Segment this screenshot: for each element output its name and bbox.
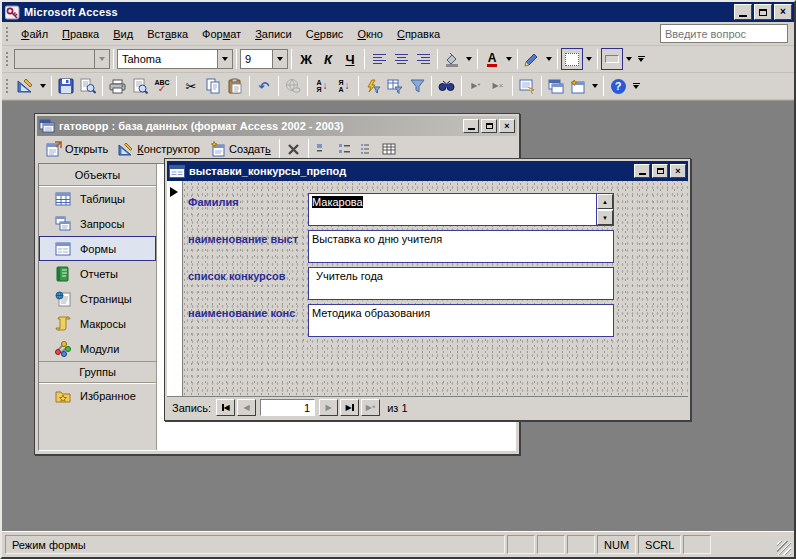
line-color-button[interactable] [521,48,543,70]
align-center-button[interactable] [390,48,412,70]
print-button[interactable] [106,75,129,97]
field-input-contests[interactable]: Учитель года [308,267,614,300]
undo-button[interactable]: ↶ [253,75,275,97]
form-close-button[interactable]: × [670,164,686,178]
sidebar-item-macros[interactable]: Макросы [39,311,156,336]
font-size-dropdown[interactable] [272,50,287,68]
delete-record-button[interactable]: ▶× [487,75,509,97]
sidebar-item-pages[interactable]: Страницы [39,286,156,311]
font-name-combo[interactable]: Tahoma [117,49,233,69]
special-effect-button[interactable] [601,48,623,70]
db-close-button[interactable]: × [499,119,515,133]
details-view-button[interactable] [378,138,400,160]
db-minimize-button[interactable] [463,119,479,133]
ask-question-input[interactable] [661,28,796,40]
previous-record-button[interactable]: ◀ [237,399,256,416]
db-maximize-button[interactable] [481,119,497,133]
form-minimize-button[interactable] [634,164,650,178]
special-effect-dropdown[interactable] [623,48,634,70]
field-input-exhibition[interactable]: Выставка ко дню учителя [308,230,614,263]
scroll-up-button[interactable]: ▲ [597,194,613,209]
object-combo-dropdown[interactable] [94,50,109,68]
file-search-button[interactable] [77,75,99,97]
hyperlink-button[interactable] [282,75,304,97]
border-style-dropdown[interactable] [583,48,594,70]
last-record-button[interactable]: ▶ [340,399,359,416]
sidebar-item-modules[interactable]: Модули [39,336,156,361]
main-titlebar[interactable]: Microsoft Access × [2,2,794,22]
minimize-button[interactable] [734,4,752,20]
menubar-grip[interactable] [5,25,10,43]
standard-toolbar-options-button[interactable] [629,75,643,97]
find-button[interactable] [435,75,458,97]
help-button[interactable]: ? [607,75,629,97]
align-left-button[interactable] [368,48,390,70]
resize-grip[interactable] [777,541,791,555]
sidebar-item-favorites[interactable]: Избранное [39,383,156,408]
sidebar-item-reports[interactable]: Отчеты [39,261,156,286]
groups-header[interactable]: Группы [39,361,156,383]
menu-format[interactable]: Формат [195,25,248,43]
new-object-db-button[interactable]: Создать [205,138,276,160]
record-number-input[interactable] [260,399,315,416]
paste-button[interactable] [224,75,246,97]
new-object-dropdown[interactable] [589,75,600,97]
formatting-toolbar-grip[interactable] [5,50,10,68]
print-preview-button[interactable] [129,75,151,97]
sidebar-item-tables[interactable]: Таблицы [39,186,156,211]
font-size-combo[interactable]: 9 [240,49,288,69]
font-name-dropdown[interactable] [217,50,232,68]
form-window[interactable]: выставки_конкурсы_препод × Фамилия Макар… [164,158,691,421]
menu-help[interactable]: Справка [390,25,447,43]
menu-file[interactable]: Файл [14,25,55,43]
small-icons-button[interactable] [334,138,356,160]
form-window-titlebar[interactable]: выставки_конкурсы_препод × [167,161,688,181]
toolbar-options-button[interactable] [634,48,648,70]
cut-button[interactable]: ✂ [180,75,202,97]
fill-color-button[interactable] [441,48,463,70]
database-window-button[interactable] [545,75,567,97]
ask-question-combo[interactable] [660,24,788,43]
scroll-down-button[interactable]: ▼ [597,210,613,225]
view-button[interactable] [14,75,37,97]
line-color-dropdown[interactable] [543,48,554,70]
large-icons-button[interactable] [312,138,334,160]
underline-button[interactable]: Ч [339,48,361,70]
sidebar-item-forms[interactable]: Формы [39,236,156,261]
properties-button[interactable] [516,75,538,97]
align-right-button[interactable] [412,48,434,70]
bold-button[interactable]: Ж [295,48,317,70]
sort-descending-button[interactable]: ЯА ↓ [333,75,355,97]
fill-color-dropdown[interactable] [463,48,474,70]
object-combo[interactable] [14,49,110,69]
menu-tools[interactable]: Сервис [299,25,351,43]
font-color-dropdown[interactable] [503,48,514,70]
objects-header[interactable]: Объекты [39,164,156,186]
field-input-conference[interactable]: Методика образования [308,304,614,337]
menu-insert[interactable]: Вставка [140,25,195,43]
view-dropdown[interactable] [37,75,48,97]
form-maximize-button[interactable] [652,164,668,178]
standard-toolbar-grip[interactable] [5,77,10,95]
new-record-button[interactable]: ▶* [465,75,487,97]
font-color-button[interactable]: А [481,48,503,70]
menu-records[interactable]: Записи [248,25,299,43]
close-button[interactable]: × [774,4,792,20]
new-object-button[interactable] [567,75,589,97]
sidebar-item-queries[interactable]: Запросы [39,211,156,236]
list-view-button[interactable] [356,138,378,160]
spelling-button[interactable]: ABC ✓ [151,75,173,97]
new-record-nav-button[interactable]: ▶* [361,399,380,416]
copy-button[interactable] [202,75,224,97]
field-scrollbar[interactable]: ▲ ▼ [596,194,613,225]
record-selector-bar[interactable] [167,181,183,396]
sort-ascending-button[interactable]: АЯ ↓ [311,75,333,97]
italic-button[interactable]: К [317,48,339,70]
save-button[interactable] [55,75,77,97]
next-record-button[interactable]: ▶ [319,399,338,416]
open-object-button[interactable]: Открыть [41,138,113,160]
border-style-button[interactable] [561,48,583,70]
delete-object-button[interactable] [283,138,305,160]
menu-edit[interactable]: Правка [55,25,106,43]
database-window-titlebar[interactable]: гатоворр : база данных (формат Access 20… [37,116,517,136]
